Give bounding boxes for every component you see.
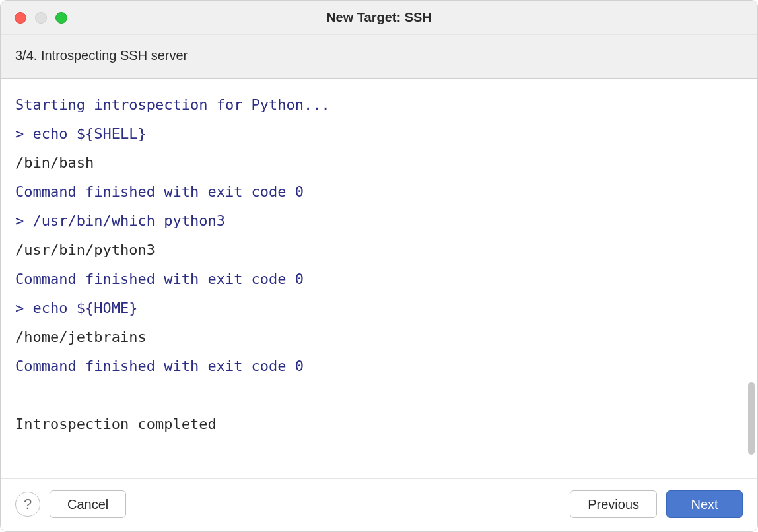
window-title: New Target: SSH [14,10,744,25]
console-line: Starting introspection for Python... [15,90,743,119]
console-line: /usr/bin/python3 [15,236,743,265]
cancel-button[interactable]: Cancel [50,490,126,518]
console-line: Command finished with exit code 0 [15,352,743,381]
console-line: Command finished with exit code 0 [15,178,743,207]
minimize-icon [35,12,47,24]
console-line: /home/jetbrains [15,323,743,352]
scrollbar-track[interactable] [747,85,756,471]
next-button[interactable]: Next [666,490,743,518]
console-line [15,381,743,410]
console-line: > echo ${HOME} [15,294,743,323]
console-line: > /usr/bin/which python3 [15,207,743,236]
help-icon: ? [24,496,32,513]
console-line: /bin/bash [15,149,743,178]
next-label: Next [691,497,718,512]
titlebar: New Target: SSH [1,1,757,35]
footer: ? Cancel Previous Next [1,478,757,531]
step-header: 3/4. Introspecting SSH server [1,35,757,79]
cancel-label: Cancel [67,497,108,512]
maximize-icon[interactable] [55,12,67,24]
previous-label: Previous [588,497,639,512]
console-line: Introspection completed [15,410,743,439]
previous-button[interactable]: Previous [570,490,657,518]
close-icon[interactable] [15,12,26,24]
console-output[interactable]: Starting introspection for Python...> ec… [1,79,757,478]
content-area: Starting introspection for Python...> ec… [1,79,757,478]
help-button[interactable]: ? [15,492,40,517]
console-line: Command finished with exit code 0 [15,265,743,294]
dialog-window: New Target: SSH 3/4. Introspecting SSH s… [0,0,758,532]
scrollbar-thumb[interactable] [748,382,755,455]
traffic-lights [15,12,67,24]
console-line: > echo ${SHELL} [15,119,743,149]
